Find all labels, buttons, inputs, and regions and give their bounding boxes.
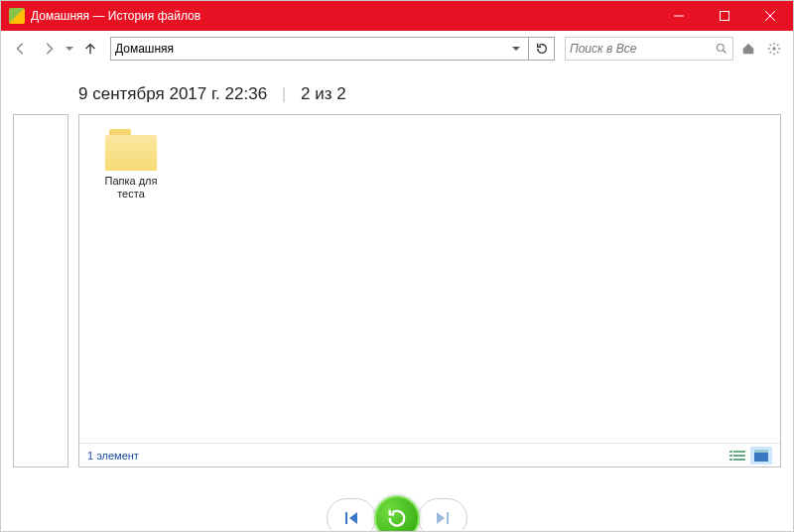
item-label: Папка для теста: [93, 175, 169, 200]
maximize-button[interactable]: [702, 1, 747, 31]
svg-rect-7: [729, 459, 732, 461]
svg-rect-12: [447, 512, 449, 524]
icons-view-button[interactable]: [750, 447, 772, 465]
tree-pane[interactable]: [13, 114, 68, 467]
version-timestamp: 9 сентября 2017 г. 22:36: [78, 84, 267, 103]
content-pane: Папка для теста 1 элемент: [78, 114, 781, 467]
svg-point-2: [772, 47, 776, 51]
folder-icon: [105, 129, 157, 171]
window-title: Домашняя — История файлов: [31, 9, 200, 23]
settings-button[interactable]: [763, 38, 785, 60]
search-input[interactable]: [570, 42, 714, 56]
separator: |: [282, 84, 286, 103]
close-button[interactable]: [747, 1, 793, 31]
next-version-button[interactable]: [419, 510, 466, 526]
svg-rect-6: [733, 455, 745, 457]
svg-rect-8: [733, 459, 745, 461]
version-header: 9 сентября 2017 г. 22:36 | 2 из 2: [78, 84, 781, 104]
app-icon: [9, 8, 25, 24]
up-button[interactable]: [78, 37, 102, 61]
back-button[interactable]: [9, 37, 33, 61]
status-bar: 1 элемент: [79, 443, 780, 466]
svg-rect-4: [733, 451, 745, 453]
svg-rect-0: [721, 12, 729, 21]
address-input[interactable]: [115, 42, 509, 56]
minimize-button[interactable]: [656, 1, 702, 31]
address-dropdown[interactable]: [509, 45, 524, 53]
items-area[interactable]: Папка для теста: [79, 115, 780, 443]
svg-rect-3: [729, 451, 732, 453]
svg-rect-10: [754, 450, 768, 453]
refresh-button[interactable]: [529, 37, 555, 61]
svg-rect-5: [729, 455, 732, 457]
svg-point-1: [717, 45, 724, 52]
search-box[interactable]: [565, 37, 733, 61]
restore-button[interactable]: [374, 495, 420, 532]
main-area: 9 сентября 2017 г. 22:36 | 2 из 2 Папка …: [1, 84, 793, 487]
search-icon: [714, 43, 728, 55]
version-counter: 2 из 2: [301, 84, 346, 103]
previous-version-button[interactable]: [328, 510, 375, 526]
status-text: 1 элемент: [87, 450, 139, 462]
address-bar[interactable]: [110, 37, 529, 61]
details-view-button[interactable]: [727, 447, 748, 465]
navigation-toolbar: [1, 31, 793, 66]
title-bar: Домашняя — История файлов: [1, 1, 793, 31]
home-button[interactable]: [737, 38, 759, 60]
forward-button[interactable]: [37, 37, 61, 61]
version-controls: [1, 487, 793, 532]
svg-rect-11: [345, 512, 347, 524]
folder-item[interactable]: Папка для теста: [93, 129, 169, 200]
history-dropdown[interactable]: [65, 37, 74, 61]
